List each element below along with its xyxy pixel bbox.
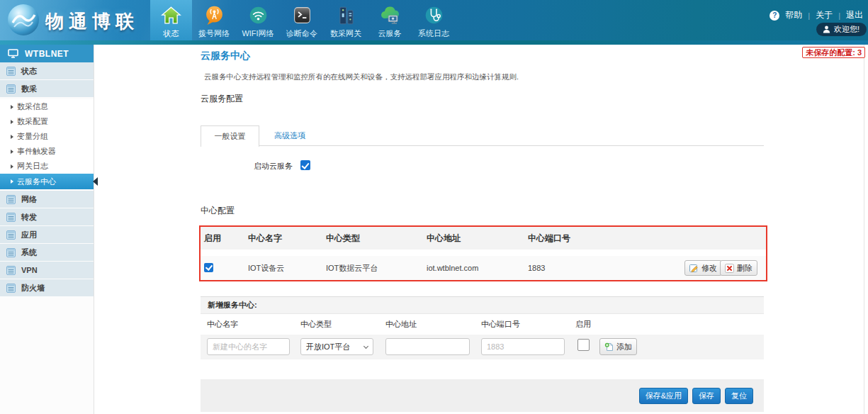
nav-item-wifi-network[interactable]: WIFI网络 bbox=[236, 0, 280, 40]
new-center-type-select[interactable]: 开放IOT平台 bbox=[300, 338, 373, 355]
tab-advanced-options[interactable]: 高级选项 bbox=[274, 125, 305, 146]
enable-cloud-label: 启动云服务 bbox=[201, 161, 293, 172]
top-nav: 状态 拨号网络 bbox=[150, 0, 456, 40]
nav-item-daq-gateway[interactable]: 数采网关 bbox=[324, 0, 368, 40]
nav-item-diagnostic-command[interactable]: 诊断命令 bbox=[280, 0, 324, 40]
list-icon bbox=[6, 84, 16, 94]
sidebar-item-vpn[interactable]: VPN bbox=[0, 262, 94, 279]
unsaved-config-badge[interactable]: 未保存的配置: 3 bbox=[802, 47, 865, 58]
brand-logo-text: 物通博联 bbox=[45, 9, 139, 34]
row-enable-checkbox[interactable] bbox=[204, 263, 213, 272]
help-link[interactable]: 帮助 bbox=[785, 9, 802, 21]
add-icon bbox=[604, 342, 614, 352]
caret-right-icon bbox=[11, 105, 13, 109]
content-right-divider bbox=[864, 45, 864, 414]
table-row: IOT设备云 IOT数据云平台 iot.wtblnet.com 1883 修改 … bbox=[201, 256, 766, 280]
table-header-row: 启用 中心名字 中心类型 中心地址 中心端口号 bbox=[201, 227, 766, 250]
sidebar-item-variable-group[interactable]: 变量分组 bbox=[0, 129, 94, 144]
new-center-port-input[interactable] bbox=[481, 338, 565, 355]
row-port: 1883 bbox=[528, 256, 545, 280]
terminal-icon bbox=[292, 4, 312, 26]
monitor-icon bbox=[8, 49, 18, 58]
sidebar-title: WTBLNET bbox=[0, 45, 94, 62]
page-title: 云服务中心 bbox=[201, 50, 250, 62]
add-col-address: 中心地址 bbox=[385, 314, 417, 335]
caret-right-icon bbox=[11, 150, 13, 154]
col-port: 中心端口号 bbox=[528, 227, 570, 250]
new-center-name-input[interactable] bbox=[207, 338, 290, 355]
col-name: 中心名字 bbox=[248, 227, 282, 250]
caret-right-icon bbox=[11, 120, 13, 124]
sidebar-item-daq-config[interactable]: 数采配置 bbox=[0, 114, 94, 129]
list-icon bbox=[6, 195, 16, 204]
col-enable: 启用 bbox=[204, 227, 221, 250]
save-button[interactable]: 保存 bbox=[692, 388, 721, 404]
sidebar-item-application[interactable]: 应用 bbox=[0, 226, 94, 243]
sidebar-item-daq-info[interactable]: 数采信息 bbox=[0, 99, 94, 114]
sidebar-item-event-trigger[interactable]: 事件触发器 bbox=[0, 144, 94, 159]
brand-logo-icon bbox=[7, 4, 40, 36]
sidebar-item-system[interactable]: 系统 bbox=[0, 244, 94, 261]
nav-item-system-log[interactable]: 系统日志 bbox=[412, 0, 456, 40]
wifi-icon bbox=[248, 4, 269, 26]
new-center-address-input[interactable] bbox=[385, 338, 470, 355]
gateway-icon bbox=[336, 4, 356, 26]
nav-item-dial-network[interactable]: 拨号网络 bbox=[192, 0, 236, 40]
add-col-enable: 启用 bbox=[575, 314, 591, 335]
sidebar-item-gateway-log[interactable]: 网关日志 bbox=[0, 159, 94, 174]
list-icon bbox=[6, 284, 16, 293]
caret-right-icon bbox=[11, 135, 13, 139]
reset-button[interactable]: 复位 bbox=[725, 388, 753, 404]
center-config-heading: 中心配置 bbox=[201, 205, 235, 217]
add-button[interactable]: 添加 bbox=[599, 338, 637, 355]
app-header: 物通博联 状态 拨号网络 bbox=[0, 0, 868, 40]
list-icon bbox=[6, 266, 16, 275]
chevron-down-icon bbox=[363, 343, 368, 348]
row-type: IOT数据云平台 bbox=[326, 256, 378, 280]
cloud-config-heading: 云服务配置 bbox=[201, 93, 243, 105]
row-address: iot.wtblnet.com bbox=[427, 256, 478, 280]
edit-button[interactable]: 修改 bbox=[684, 260, 722, 276]
sidebar-item-status[interactable]: 状态 bbox=[0, 62, 94, 79]
nav-item-cloud-service[interactable]: 云服务 bbox=[368, 0, 412, 40]
delete-icon bbox=[725, 264, 734, 273]
save-apply-button[interactable]: 保存&应用 bbox=[639, 388, 688, 404]
user-icon bbox=[823, 26, 830, 33]
logout-link[interactable]: 退出 bbox=[846, 9, 863, 21]
top-links: ? 帮助 | 关于 | 退出 bbox=[770, 9, 863, 21]
sidebar-item-network[interactable]: 网络 bbox=[0, 191, 94, 208]
center-config-table: 启用 中心名字 中心类型 中心地址 中心端口号 IOT设备云 IOT数据云平台 … bbox=[199, 225, 767, 281]
col-type: 中心类型 bbox=[326, 227, 360, 250]
sidebar-item-forwarding[interactable]: 转发 bbox=[0, 208, 94, 225]
nav-item-status[interactable]: 状态 bbox=[150, 0, 192, 40]
action-bar: 保存&应用 保存 复位 bbox=[201, 379, 764, 412]
about-link[interactable]: 关于 bbox=[816, 9, 833, 21]
edit-icon bbox=[689, 264, 699, 273]
tab-general-settings[interactable]: 一般设置 bbox=[201, 125, 259, 147]
list-icon bbox=[6, 67, 16, 76]
sidebar-item-cloud-service-center[interactable]: 云服务中心 bbox=[0, 174, 94, 189]
new-center-enable-checkbox[interactable] bbox=[577, 339, 590, 351]
header-accent-strip bbox=[0, 40, 868, 45]
welcome-text: 欢迎您! bbox=[834, 24, 859, 35]
add-col-name: 中心名字 bbox=[207, 314, 238, 335]
list-icon bbox=[6, 213, 16, 222]
add-col-type: 中心类型 bbox=[300, 314, 332, 335]
home-icon bbox=[161, 4, 181, 26]
system-log-icon bbox=[424, 4, 444, 26]
sidebar: WTBLNET 状态 数采 数采信息 数采配置 变量分组 事件触发器 网关日志 bbox=[0, 45, 94, 414]
dial-network-icon bbox=[204, 4, 225, 26]
cloud-icon bbox=[379, 4, 401, 26]
col-address: 中心地址 bbox=[427, 227, 461, 250]
help-icon: ? bbox=[770, 11, 779, 21]
add-col-port: 中心端口号 bbox=[481, 314, 520, 335]
sidebar-item-firewall[interactable]: 防火墙 bbox=[0, 279, 94, 296]
list-icon bbox=[6, 230, 16, 240]
sidebar-item-daq[interactable]: 数采 bbox=[0, 80, 94, 97]
welcome-pill: 欢迎您! bbox=[816, 23, 867, 36]
add-form-labels: 中心名字 中心类型 中心地址 中心端口号 启用 bbox=[201, 314, 764, 335]
enable-cloud-checkbox[interactable] bbox=[300, 160, 310, 170]
page-description: 云服务中心支持远程管理和监控所有的在线网关和设备，支持远程部署应用程序和边缘计算… bbox=[204, 72, 519, 82]
add-form-row: 开放IOT平台 添加 bbox=[201, 335, 764, 359]
delete-button[interactable]: 删除 bbox=[720, 260, 757, 276]
